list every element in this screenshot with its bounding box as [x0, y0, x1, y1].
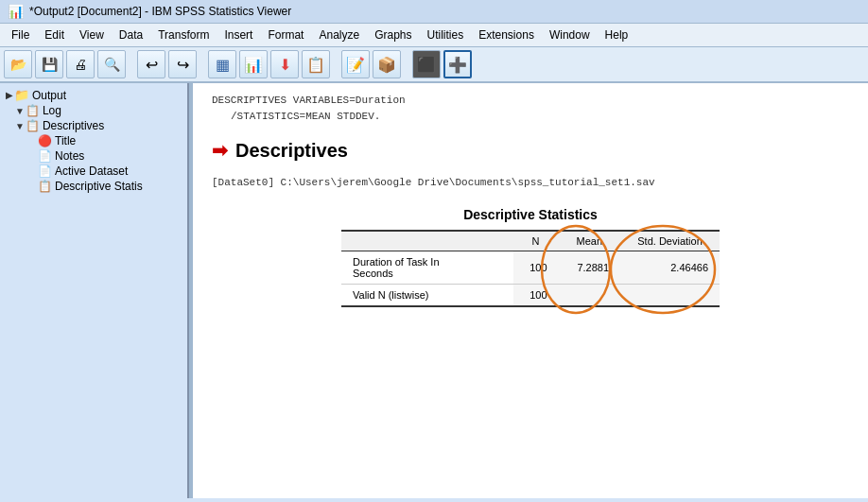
menu-bar: File Edit View Data Transform Insert For… — [0, 24, 868, 47]
row2-label: Valid N (listwise) — [341, 285, 513, 307]
section-title: Descriptives — [235, 140, 348, 162]
main-container: ▶ 📁 Output ▼ 📋 Log ▼ 📋 Descriptives 🔴 Ti… — [0, 83, 868, 498]
row2-stddev — [620, 285, 720, 307]
nav-output-label: Output — [32, 89, 66, 102]
col-header-mean: Mean — [559, 231, 620, 251]
row2-n: 100 — [513, 285, 559, 307]
stats-table-container: Descriptive Statistics N Mean Std. Devia… — [212, 207, 849, 307]
app-icon: 📊 — [8, 4, 24, 19]
syntax-block: DESCRIPTIVES VARIABLES=Duration /STATIST… — [212, 93, 849, 124]
expand-icon-log: ▼ — [15, 106, 25, 116]
toolbar-btn-6[interactable]: 📋 — [302, 50, 330, 78]
menu-utilities[interactable]: Utilities — [420, 26, 472, 44]
menu-view[interactable]: View — [72, 26, 112, 44]
save-button[interactable]: 💾 — [35, 50, 63, 78]
toolbar-btn-7[interactable]: 📝 — [341, 50, 370, 78]
dataset-icon: 📄 — [38, 164, 52, 178]
output-folder-icon: 📁 — [14, 88, 29, 102]
col-header-label — [341, 231, 513, 251]
nav-active-dataset-label: Active Dataset — [55, 164, 128, 178]
row2-mean — [559, 285, 620, 307]
nav-notes[interactable]: 📄 Notes — [4, 148, 183, 164]
menu-window[interactable]: Window — [542, 26, 598, 44]
expand-icon-desc: ▼ — [15, 121, 25, 131]
go-back-button[interactable]: ↩ — [137, 50, 165, 78]
nav-descriptive-stats[interactable]: 📋 Descriptive Statis — [4, 179, 183, 194]
row1-mean: 7.2881 — [559, 251, 620, 285]
nav-descriptives-label: Descriptives — [43, 119, 104, 132]
dataset-path: [DataSet0] C:\Users\jerem\Google Drive\D… — [212, 177, 849, 188]
notes-icon: 📄 — [38, 149, 52, 163]
menu-file[interactable]: File — [4, 26, 37, 44]
toolbar-btn-3[interactable]: ▦ — [208, 50, 236, 78]
menu-graphs[interactable]: Graphs — [367, 26, 419, 44]
nav-panel: ▶ 📁 Output ▼ 📋 Log ▼ 📋 Descriptives 🔴 Ti… — [0, 83, 189, 498]
log-icon: 📋 — [26, 104, 40, 117]
nav-log[interactable]: ▼ 📋 Log — [4, 103, 183, 118]
add-output-button[interactable]: ➕ — [443, 50, 472, 78]
content-panel: DESCRIPTIVES VARIABLES=Duration /STATIST… — [193, 83, 868, 498]
open-button[interactable]: 📂 — [4, 50, 32, 78]
table-wrapper: N Mean Std. Deviation Duration of Task I… — [341, 230, 720, 307]
nav-descriptive-stats-label: Descriptive Statis — [55, 180, 143, 193]
title-bar-label: *Output2 [Document2] - IBM SPSS Statisti… — [29, 5, 291, 18]
print-button[interactable]: 🖨 — [66, 50, 95, 78]
table-row: Valid N (listwise) 100 — [341, 285, 720, 307]
menu-insert[interactable]: Insert — [217, 26, 260, 44]
title-bar: 📊 *Output2 [Document2] - IBM SPSS Statis… — [0, 0, 868, 24]
syntax-line-1: DESCRIPTIVES VARIABLES=Duration — [212, 93, 849, 109]
row1-label: Duration of Task InSeconds — [341, 251, 513, 285]
descriptives-icon: 📋 — [26, 119, 40, 132]
syntax-line-2: /STATISTICS=MEAN STDDEV. — [212, 109, 849, 125]
nav-descriptives[interactable]: ▼ 📋 Descriptives — [4, 118, 183, 133]
menu-help[interactable]: Help — [598, 26, 636, 44]
toolbar-btn-4[interactable]: 📊 — [239, 50, 268, 78]
go-forward-button[interactable]: ↪ — [168, 50, 197, 78]
menu-data[interactable]: Data — [112, 26, 150, 44]
section-header: ➡ Descriptives — [212, 139, 849, 162]
row1-n: 100 — [513, 251, 559, 285]
nav-title[interactable]: 🔴 Title — [4, 133, 183, 148]
menu-extensions[interactable]: Extensions — [471, 26, 542, 44]
col-header-stddev: Std. Deviation — [620, 231, 720, 251]
expand-icon-output: ▶ — [6, 90, 13, 100]
stats-table: N Mean Std. Deviation Duration of Task I… — [341, 230, 720, 307]
table-row: Duration of Task InSeconds 100 7.2881 2.… — [341, 251, 720, 285]
nav-log-label: Log — [43, 104, 61, 117]
toolbar-btn-9[interactable]: ⬛ — [412, 50, 441, 78]
menu-edit[interactable]: Edit — [37, 26, 72, 44]
nav-output[interactable]: ▶ 📁 Output — [4, 87, 183, 103]
col-header-n: N — [513, 231, 559, 251]
menu-analyze[interactable]: Analyze — [311, 26, 367, 44]
title-icon: 🔴 — [38, 134, 52, 147]
toolbar: 📂 💾 🖨 🔍 ↩ ↪ ▦ 📊 ⬇ 📋 📝 📦 ⬛ ➕ — [0, 47, 868, 83]
toolbar-btn-5[interactable]: ⬇ — [270, 50, 299, 78]
menu-transform[interactable]: Transform — [150, 26, 217, 44]
nav-notes-label: Notes — [55, 149, 84, 163]
desc-stats-icon: 📋 — [38, 180, 52, 193]
toolbar-btn-8[interactable]: 📦 — [373, 50, 401, 78]
menu-format[interactable]: Format — [260, 26, 311, 44]
find-button[interactable]: 🔍 — [97, 50, 126, 78]
nav-title-label: Title — [55, 134, 76, 147]
row1-stddev: 2.46466 — [620, 251, 720, 285]
nav-active-dataset[interactable]: 📄 Active Dataset — [4, 164, 183, 179]
table-title: Descriptive Statistics — [463, 207, 598, 222]
red-arrow-icon: ➡ — [212, 139, 228, 162]
